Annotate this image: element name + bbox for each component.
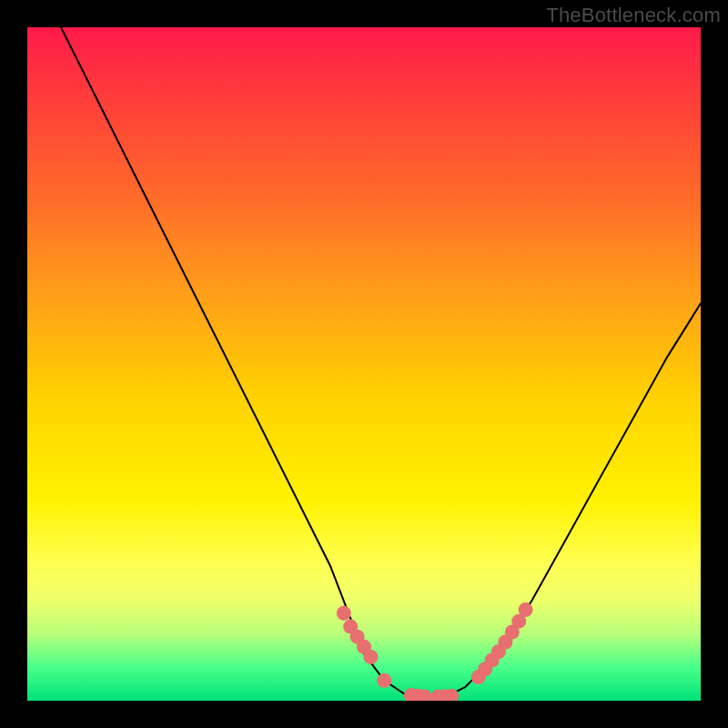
watermark-text: TheBottleneck.com (546, 4, 721, 27)
marker-dot (363, 650, 378, 664)
bottleneck-curve (61, 27, 701, 697)
chart-frame: TheBottleneck.com (0, 0, 728, 728)
marker-dot (337, 606, 351, 621)
highlight-dots (337, 602, 533, 701)
marker-dot (377, 673, 391, 688)
marker-dot (519, 602, 533, 617)
chart-svg (27, 27, 701, 701)
plot-area (27, 27, 701, 701)
